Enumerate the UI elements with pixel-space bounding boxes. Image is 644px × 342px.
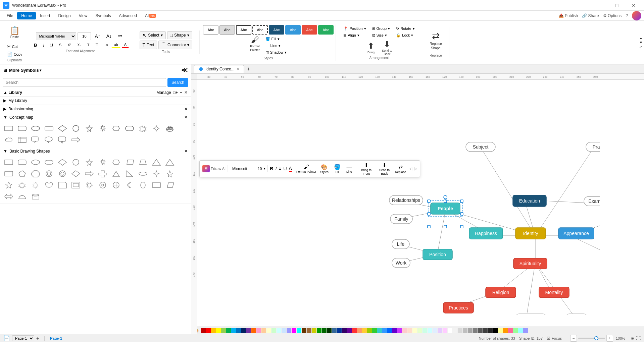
color-swatch[interactable] bbox=[307, 328, 311, 333]
color-swatch[interactable] bbox=[251, 328, 256, 333]
connector-button[interactable]: ⌒ Connector ▾ bbox=[158, 41, 192, 49]
color-swatch[interactable] bbox=[271, 328, 276, 333]
bs-oval-wide[interactable] bbox=[137, 169, 149, 179]
bs-ring2[interactable] bbox=[56, 169, 68, 179]
menu-view[interactable]: View bbox=[75, 12, 92, 19]
exams-node[interactable]: Exams bbox=[584, 196, 600, 206]
float-dropdown-icon[interactable]: ▾ bbox=[264, 167, 265, 170]
bs-parallelogram2[interactable] bbox=[164, 180, 176, 190]
subscript-button[interactable]: X₂ bbox=[75, 42, 83, 48]
life-node[interactable]: Life bbox=[392, 239, 409, 249]
color-swatch[interactable] bbox=[382, 328, 387, 333]
style-4[interactable]: Abc bbox=[252, 25, 268, 35]
concept-map-close[interactable]: ✕ bbox=[184, 115, 188, 120]
color-swatch[interactable] bbox=[402, 328, 407, 333]
bs-octagon[interactable] bbox=[30, 169, 42, 179]
format-painter-button[interactable]: 🖌 Format Painter bbox=[248, 36, 262, 51]
bs-star5b[interactable] bbox=[164, 169, 176, 179]
shape-ellipse[interactable] bbox=[30, 123, 42, 133]
color-swatch[interactable] bbox=[206, 328, 211, 333]
concept-map-header[interactable]: ▼ Concept Map ✕ bbox=[0, 113, 191, 121]
color-swatch[interactable] bbox=[292, 328, 296, 333]
search-button[interactable]: Search bbox=[167, 78, 188, 87]
float-bring-front-btn[interactable]: ⬆ Bring to Front bbox=[358, 162, 374, 176]
mortality-node[interactable]: Mortality bbox=[539, 287, 569, 298]
practice-node[interactable]: Practice bbox=[586, 142, 600, 152]
style-1[interactable]: Abc bbox=[203, 25, 218, 35]
float-replace-btn[interactable]: ⇄ Replace bbox=[394, 164, 406, 174]
color-swatch[interactable] bbox=[241, 328, 246, 333]
highlight-btn[interactable]: ab bbox=[111, 42, 120, 48]
bs-rect-wide[interactable] bbox=[43, 157, 55, 167]
color-swatch[interactable] bbox=[327, 328, 332, 333]
basic-shapes-header[interactable]: ▼ Basic Drawing Shapes ✕ bbox=[0, 147, 191, 155]
color-swatch[interactable] bbox=[428, 328, 432, 333]
superscript-button[interactable]: X² bbox=[65, 42, 73, 48]
fill-button[interactable]: 🪣Fill▾ bbox=[263, 36, 289, 42]
increase-font-btn[interactable]: A↑ bbox=[92, 33, 102, 40]
shape-diamond[interactable] bbox=[56, 123, 68, 133]
decrease-font-btn[interactable]: A↓ bbox=[104, 33, 114, 40]
text-format-btn[interactable]: T bbox=[85, 42, 92, 48]
sidebar-hide-button[interactable]: ≪ bbox=[181, 66, 188, 74]
shape-sun[interactable] bbox=[150, 123, 162, 133]
bs-ring[interactable] bbox=[43, 169, 55, 179]
bs-cross[interactable] bbox=[97, 169, 109, 179]
float-font-size[interactable]: 10 bbox=[258, 167, 262, 171]
menu-file[interactable]: File bbox=[3, 12, 17, 19]
color-swatch[interactable] bbox=[256, 328, 261, 333]
color-swatch[interactable] bbox=[503, 328, 508, 333]
menu-ai[interactable]: AI hot bbox=[141, 12, 160, 19]
manage-button[interactable]: Manage bbox=[156, 90, 171, 95]
color-swatch[interactable] bbox=[231, 328, 236, 333]
bs-burst6[interactable] bbox=[16, 180, 28, 190]
bs-ellipse[interactable] bbox=[30, 157, 42, 167]
bs-tri-r[interactable] bbox=[123, 169, 136, 179]
color-swatch[interactable] bbox=[317, 328, 321, 333]
float-underline-btn[interactable]: U bbox=[283, 166, 287, 171]
color-swatch[interactable] bbox=[453, 328, 457, 333]
group-button[interactable]: ⊞ Group▾ bbox=[370, 25, 393, 32]
share-btn[interactable]: 🔗 Share bbox=[582, 13, 599, 18]
shape-hexagon[interactable] bbox=[110, 123, 122, 133]
shape-rounded-speech[interactable] bbox=[56, 135, 68, 145]
bs-circle-cross[interactable] bbox=[110, 180, 122, 190]
shape-rounded-rect2[interactable] bbox=[123, 123, 136, 133]
strikethrough-button[interactable]: S bbox=[57, 42, 64, 48]
shape-rect[interactable] bbox=[3, 123, 15, 133]
bs-circle-dot[interactable] bbox=[97, 180, 109, 190]
bs-heart[interactable] bbox=[43, 180, 55, 190]
align-button[interactable]: ⊟ Align▾ bbox=[341, 32, 368, 39]
identity-node[interactable]: Identity bbox=[515, 228, 546, 239]
basic-shapes-close[interactable]: ✕ bbox=[184, 149, 188, 154]
color-swatch[interactable] bbox=[226, 328, 231, 333]
color-swatch[interactable] bbox=[448, 328, 452, 333]
color-swatch[interactable] bbox=[397, 328, 402, 333]
help-btn[interactable]: ? bbox=[626, 13, 628, 18]
color-swatch[interactable] bbox=[287, 328, 291, 333]
bs-circle[interactable] bbox=[70, 157, 82, 167]
zoom-slider-thumb[interactable] bbox=[594, 336, 598, 340]
happiness-node[interactable]: Happiness bbox=[469, 228, 503, 239]
shape-speech-ellipse[interactable] bbox=[43, 135, 55, 145]
color-swatch[interactable] bbox=[261, 328, 266, 333]
zoom-slider[interactable] bbox=[578, 338, 605, 339]
family-node[interactable]: Family bbox=[390, 214, 412, 224]
fit-page-icon[interactable]: ⊡ bbox=[547, 336, 550, 341]
bs-semi[interactable] bbox=[16, 191, 28, 202]
zoom-in-button[interactable]: + bbox=[606, 335, 613, 342]
color-swatch[interactable] bbox=[352, 328, 357, 333]
my-library-header[interactable]: ▶ My Library bbox=[0, 97, 191, 105]
shape-starburst[interactable] bbox=[97, 123, 109, 133]
color-swatch[interactable] bbox=[201, 328, 206, 333]
fit-width-icon[interactable]: ⊞ bbox=[631, 336, 635, 341]
canvas-wrapper[interactable]: 3040506070809010011012013014015016017018… bbox=[191, 74, 644, 334]
font-size-input[interactable] bbox=[78, 32, 91, 40]
search-input[interactable] bbox=[3, 78, 166, 87]
style-7[interactable]: Abc bbox=[302, 25, 317, 35]
canvas-tab-identity[interactable]: 🔷 Identity Conce... ✕ bbox=[194, 65, 244, 73]
menu-design[interactable]: Design bbox=[54, 12, 75, 19]
add-library-icon[interactable]: □+ bbox=[173, 90, 178, 95]
maximize-button[interactable]: □ bbox=[609, 0, 625, 11]
color-swatch[interactable] bbox=[483, 328, 488, 333]
